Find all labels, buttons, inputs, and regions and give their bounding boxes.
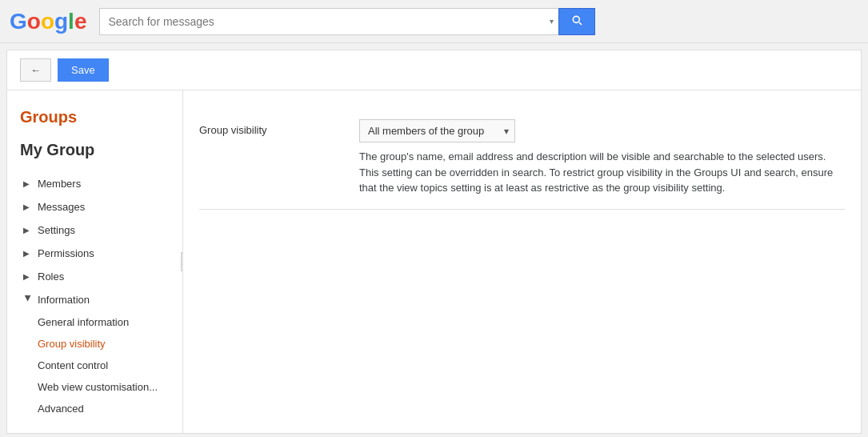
sidebar-item-label: Roles <box>38 271 64 283</box>
chevron-right-icon: ▶ <box>23 249 33 258</box>
google-logo: Google <box>10 9 86 34</box>
sidebar-item-label: Information <box>38 294 90 306</box>
sidebar-item-settings[interactable]: ▶ Settings <box>7 218 182 242</box>
group-title: My Group <box>7 134 182 172</box>
sidebar-item-information[interactable]: ▶ Information <box>7 288 182 311</box>
sidebar-item-label: Settings <box>38 224 75 236</box>
content-section: Group visibility All members of the grou… <box>183 90 861 226</box>
sidebar-item-messages[interactable]: ▶ Messages <box>7 195 182 218</box>
groups-link[interactable]: Groups <box>7 100 182 134</box>
search-container: ▾ <box>99 8 595 35</box>
chevron-right-icon: ▶ <box>23 226 33 235</box>
toolbar: ← Save <box>7 50 861 90</box>
back-button[interactable]: ← <box>20 58 51 82</box>
sidebar-subitem-general-info[interactable]: General information <box>7 311 182 333</box>
sidebar-item-permissions[interactable]: ▶ Permissions <box>7 242 182 265</box>
sidebar-subitem-web-view[interactable]: Web view customisation... <box>7 376 182 398</box>
save-button[interactable]: Save <box>58 58 109 82</box>
sidebar-item-members[interactable]: ▶ Members <box>7 172 182 195</box>
chevron-right-icon: ▶ <box>23 179 33 188</box>
topbar: Google ▾ <box>0 0 868 43</box>
main-content: Group visibility All members of the grou… <box>183 90 861 433</box>
sidebar-subitem-advanced[interactable]: Advanced <box>7 398 182 419</box>
chevron-right-icon: ▶ <box>23 272 33 281</box>
visibility-dropdown[interactable]: All members of the group Anyone on the w… <box>359 119 515 142</box>
sidebar-item-roles[interactable]: ▶ Roles <box>7 265 182 288</box>
sidebar-subitem-content-control[interactable]: Content control <box>7 355 182 376</box>
sidebar-item-label: Messages <box>38 201 85 213</box>
main-wrapper: ← Save Groups My Group ▶ Members ▶ Messa… <box>6 50 862 434</box>
search-icon <box>570 14 583 26</box>
search-button[interactable] <box>558 8 595 35</box>
sidebar-subitem-group-visibility[interactable]: Group visibility <box>7 333 182 355</box>
chevron-down-icon: ▶ <box>24 295 33 305</box>
group-visibility-row: Group visibility All members of the grou… <box>199 106 845 210</box>
search-dropdown-button[interactable]: ▾ <box>545 8 558 35</box>
setting-control: All members of the group Anyone on the w… <box>359 119 845 196</box>
setting-description: The group's name, email address and desc… <box>359 149 845 196</box>
setting-label: Group visibility <box>199 119 359 136</box>
content-area: Groups My Group ▶ Members ▶ Messages ▶ S… <box>7 90 861 433</box>
visibility-dropdown-wrapper: All members of the group Anyone on the w… <box>359 119 515 142</box>
sidebar-collapse-button[interactable]: ◀ <box>181 252 183 271</box>
sidebar-nav: ▶ Members ▶ Messages ▶ Settings ▶ Permis… <box>7 172 182 419</box>
sidebar-item-label: Permissions <box>38 247 94 259</box>
search-input[interactable] <box>99 8 545 35</box>
sidebar: Groups My Group ▶ Members ▶ Messages ▶ S… <box>7 90 183 433</box>
chevron-right-icon: ▶ <box>23 202 33 211</box>
sidebar-item-label: Members <box>38 178 81 190</box>
